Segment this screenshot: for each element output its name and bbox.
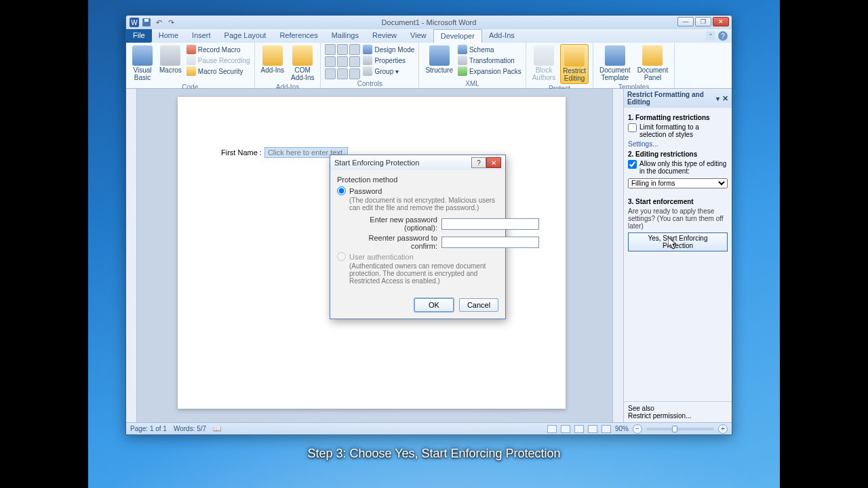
zoom-out-button[interactable]: − xyxy=(633,424,642,434)
view-print-layout[interactable] xyxy=(547,425,557,433)
macro-security-button[interactable]: Macro Security xyxy=(186,66,250,77)
help-icon[interactable]: ? xyxy=(718,31,728,41)
user-auth-radio: User authentication xyxy=(337,252,498,261)
document-panel-button[interactable]: Document Panel xyxy=(635,44,671,83)
expansion-packs-button[interactable]: Expansion Packs xyxy=(458,66,521,77)
group-controls: Controls xyxy=(325,79,414,88)
titlebar: W ↶ ↷ Document1 - Microsoft Word — ❐ ✕ xyxy=(126,16,732,29)
cancel-button[interactable]: Cancel xyxy=(459,298,498,312)
password-radio[interactable]: Password xyxy=(337,186,498,195)
redo-icon[interactable]: ↷ xyxy=(165,17,176,28)
zoom-slider[interactable] xyxy=(646,428,714,430)
svg-rect-3 xyxy=(144,19,149,22)
zoom-level[interactable]: 90% xyxy=(615,425,629,432)
tab-developer[interactable]: Developer xyxy=(433,29,482,43)
dialog-help-button[interactable]: ? xyxy=(471,157,486,168)
section-2-title: 2. Editing restrictions xyxy=(628,150,728,158)
pane-title: Restrict Formatting and Editing xyxy=(627,91,716,106)
macros-button[interactable]: Macros xyxy=(157,44,184,75)
field-label: First Name : xyxy=(221,148,262,157)
restrict-editing-pane: Restrict Formatting and Editing ▾ ✕ 1. F… xyxy=(623,89,732,422)
vertical-ruler xyxy=(126,89,137,422)
view-draft[interactable] xyxy=(601,425,611,433)
tab-home[interactable]: Home xyxy=(152,29,185,43)
undo-icon[interactable]: ↶ xyxy=(153,17,164,28)
minimize-ribbon-icon[interactable]: ⌃ xyxy=(706,31,715,41)
enter-password-input[interactable] xyxy=(441,218,539,230)
enforce-help-text: Are you ready to apply these settings? (… xyxy=(628,207,728,230)
schema-button[interactable]: Schema xyxy=(458,44,521,55)
design-mode-button[interactable]: Design Mode xyxy=(363,44,414,55)
enter-password-label: Enter new password (optional): xyxy=(349,216,437,232)
section-1-title: 1. Formatting restrictions xyxy=(628,114,728,121)
window-title: Document1 - Microsoft Word xyxy=(126,18,732,26)
tutorial-caption: Step 3: Choose Yes, Start Enforcing Prot… xyxy=(88,447,780,461)
ok-button[interactable]: OK xyxy=(414,298,454,312)
section-3-title: 3. Start enforcement xyxy=(628,198,728,205)
reenter-password-label: Reenter password to confirm: xyxy=(349,234,437,250)
zoom-in-button[interactable]: + xyxy=(718,424,728,434)
record-macro-button[interactable]: Record Macro xyxy=(186,44,250,55)
proofing-icon[interactable]: 📖 xyxy=(213,425,221,432)
password-note: (The document is not encrypted. Maliciou… xyxy=(349,197,498,211)
svg-text:W: W xyxy=(131,19,138,26)
ribbon-tabs: File Home Insert Page Layout References … xyxy=(126,29,732,43)
controls-gallery[interactable] xyxy=(325,44,360,79)
addins-button[interactable]: Add-Ins xyxy=(259,44,286,75)
protection-method-label: Protection method xyxy=(337,176,498,184)
tab-review[interactable]: Review xyxy=(366,29,403,43)
limit-formatting-checkbox[interactable]: Limit formatting to a selection of style… xyxy=(628,123,728,138)
dialog-title: Start Enforcing Protection xyxy=(334,159,419,167)
tab-references[interactable]: References xyxy=(273,29,324,43)
view-web-layout[interactable] xyxy=(574,425,584,433)
status-page[interactable]: Page: 1 of 1 xyxy=(130,425,167,432)
settings-link[interactable]: Settings... xyxy=(628,140,728,148)
vertical-scrollbar[interactable] xyxy=(612,89,623,422)
status-words[interactable]: Words: 5/7 xyxy=(174,425,206,432)
pane-dropdown-icon[interactable]: ▾ xyxy=(716,95,719,102)
block-authors-button[interactable]: Block Authors xyxy=(530,44,557,83)
visual-basic-button[interactable]: Visual Basic xyxy=(130,44,155,83)
transformation-button[interactable]: Transformation xyxy=(458,55,521,66)
group-button[interactable]: Group ▾ xyxy=(363,66,414,77)
tab-insert[interactable]: Insert xyxy=(185,29,218,43)
close-button[interactable]: ✕ xyxy=(713,17,729,26)
pause-recording-button[interactable]: Pause Recording xyxy=(186,55,250,66)
start-enforcing-protection-dialog: Start Enforcing Protection ? ✕ Protectio… xyxy=(330,155,506,319)
minimize-button[interactable]: — xyxy=(677,17,694,26)
structure-button[interactable]: Structure xyxy=(423,44,455,75)
restrict-permission-link[interactable]: Restrict permission... xyxy=(628,412,728,420)
ribbon: Visual Basic Macros Record Macro Pause R… xyxy=(126,43,732,89)
group-xml: XML xyxy=(423,79,521,88)
word-icon: W xyxy=(129,17,140,28)
save-icon[interactable] xyxy=(141,17,152,28)
maximize-button[interactable]: ❐ xyxy=(695,17,711,26)
com-addins-button[interactable]: COM Add-Ins xyxy=(289,44,316,83)
start-enforcing-button[interactable]: Yes, Start Enforcing Protection xyxy=(628,232,728,251)
statusbar: Page: 1 of 1 Words: 5/7 📖 90% − + xyxy=(126,422,732,434)
document-template-button[interactable]: Document Template xyxy=(597,44,633,83)
pane-close-icon[interactable]: ✕ xyxy=(722,94,728,103)
allow-editing-checkbox[interactable]: Allow only this type of editing in the d… xyxy=(628,160,728,175)
reenter-password-input[interactable] xyxy=(441,237,539,248)
dialog-close-button[interactable]: ✕ xyxy=(486,157,501,168)
properties-button[interactable]: Properties xyxy=(363,55,414,66)
see-also-title: See also xyxy=(628,405,728,412)
view-full-screen[interactable] xyxy=(561,425,570,433)
tab-mailings[interactable]: Mailings xyxy=(325,29,366,43)
restrict-editing-button[interactable]: Restrict Editing xyxy=(560,44,589,84)
tab-file[interactable]: File xyxy=(126,29,152,43)
tab-view[interactable]: View xyxy=(403,29,433,43)
tab-page-layout[interactable]: Page Layout xyxy=(218,29,273,43)
tab-addins[interactable]: Add-Ins xyxy=(482,29,521,43)
editing-type-select[interactable]: Filling in forms xyxy=(628,178,728,188)
view-outline[interactable] xyxy=(588,425,597,433)
user-auth-note: (Authenticated owners can remove documen… xyxy=(349,262,498,285)
